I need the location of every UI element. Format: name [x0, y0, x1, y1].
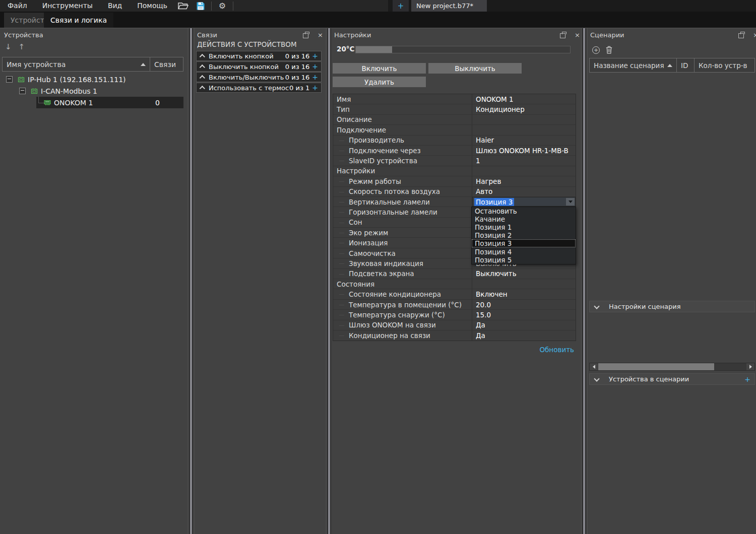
- turn-on-button[interactable]: Включить: [333, 63, 426, 74]
- menu-view[interactable]: Вид: [100, 0, 130, 12]
- property-row-1[interactable]: ИмяONOKOM 1: [333, 94, 576, 104]
- move-down-icon[interactable]: ↓: [5, 42, 12, 51]
- new-project-button[interactable]: +: [393, 0, 409, 12]
- property-row-18[interactable]: Подсветка экранаВыключить: [333, 269, 576, 279]
- tree-row-content: I-CAN-Modbus 1: [19, 85, 97, 97]
- column-header-device-name[interactable]: Имя устройства: [3, 57, 150, 71]
- project-tab[interactable]: New project.b77*: [411, 0, 487, 12]
- property-row-20[interactable]: Состояние кондиционераВключен: [333, 289, 576, 299]
- close-panel-icon[interactable]: ×: [318, 33, 323, 38]
- move-up-icon[interactable]: ↑: [19, 42, 25, 51]
- property-row-5[interactable]: ПроизводительHaier: [333, 136, 576, 146]
- scenario-devices-section-header[interactable]: Устройства в сценарии +: [589, 373, 755, 385]
- tree-collapse-icon[interactable]: [19, 88, 26, 94]
- property-row-19[interactable]: Состояния: [333, 279, 576, 289]
- save-icon[interactable]: [192, 0, 209, 12]
- property-row-6[interactable]: Подключение черезШлюз ONOKOM HR-1-MB-B: [333, 146, 576, 156]
- menu-help[interactable]: Помощь: [130, 0, 175, 12]
- property-row-10[interactable]: Скорость потока воздухаАвто: [333, 187, 576, 197]
- chevron-up-icon[interactable]: [200, 54, 205, 59]
- property-row-21[interactable]: Температура в помещении (°C)20.0: [333, 300, 576, 310]
- add-link-icon[interactable]: +: [312, 62, 318, 71]
- property-name: Сон: [333, 218, 472, 227]
- scroll-left-button[interactable]: [590, 363, 598, 370]
- add-scenario-icon[interactable]: +: [592, 46, 600, 54]
- menu-file[interactable]: Файл: [0, 0, 35, 12]
- device-actions-section-title: ДЕЙСТВИЯ С УСТРОЙСТВОМ: [197, 40, 297, 48]
- temperature-slider-fill: [356, 46, 392, 53]
- float-panel-icon[interactable]: [303, 33, 308, 38]
- panel-splitter[interactable]: [582, 28, 587, 534]
- dropdown-option-4[interactable]: Позиция 2: [472, 231, 576, 239]
- property-row-8[interactable]: Настройки: [333, 166, 576, 176]
- float-panel-icon[interactable]: [560, 33, 565, 38]
- add-link-icon[interactable]: +: [312, 84, 318, 92]
- tree-row-2[interactable]: I-CAN-Modbus 1: [2, 85, 183, 97]
- property-row-22[interactable]: Температура снаружи (°C)15.0: [333, 310, 576, 320]
- property-row-24[interactable]: Кондиционер на связиДа: [333, 330, 576, 341]
- tree-collapse-icon[interactable]: [6, 76, 13, 83]
- column-header-scenario-name[interactable]: Название сценария: [590, 58, 676, 72]
- dropdown-option-5[interactable]: Позиция 3: [472, 239, 576, 247]
- refresh-link[interactable]: Обновить: [539, 346, 574, 354]
- property-row-11[interactable]: Вертикальные ламелиПозиция 3: [333, 197, 576, 207]
- property-value: Авто: [472, 187, 576, 196]
- add-link-icon[interactable]: +: [312, 52, 318, 60]
- device-action-row-3[interactable]: Включить/Выключить кнс0 из 16+: [196, 72, 322, 82]
- device-action-row-2[interactable]: Выключить кнопкой0 из 16+: [196, 61, 322, 72]
- column-header-id[interactable]: ID: [676, 58, 694, 72]
- dropdown-option-6[interactable]: Позиция 4: [472, 247, 576, 255]
- device-name-label: ONOKOM 1: [54, 99, 93, 107]
- scroll-right-button[interactable]: [746, 363, 754, 370]
- property-row-7[interactable]: SlaveID устройства1: [333, 156, 576, 166]
- chevron-up-icon[interactable]: [200, 64, 205, 70]
- delete-scenario-trash-icon[interactable]: [606, 46, 612, 54]
- hub-device-icon: [18, 77, 25, 83]
- property-row-9[interactable]: Режим работыНагрев: [333, 176, 576, 186]
- combobox-dropdown-button[interactable]: [566, 198, 575, 206]
- add-device-to-scenario-icon[interactable]: +: [744, 375, 750, 383]
- temperature-slider[interactable]: [355, 46, 571, 53]
- device-action-row-1[interactable]: Включить кнопкой0 из 16+: [196, 51, 322, 61]
- turn-off-button[interactable]: Выключить: [428, 63, 522, 74]
- close-panel-icon[interactable]: ×: [575, 33, 580, 38]
- property-name: Температура в помещении (°C): [333, 300, 472, 309]
- property-value: Да: [472, 320, 576, 330]
- dropdown-option-7[interactable]: Позиция 5: [472, 256, 576, 264]
- action-count: 0 из 16: [285, 74, 309, 81]
- menu-tools[interactable]: Инструменты: [35, 0, 100, 12]
- add-link-icon[interactable]: +: [312, 73, 318, 81]
- tree-row-3[interactable]: ONOKOM 10: [2, 97, 183, 108]
- scenarios-table-header: Название сценария ID Кол-во устр-в: [589, 58, 755, 73]
- open-folder-icon[interactable]: [175, 0, 192, 12]
- horizontal-scrollbar[interactable]: [589, 363, 755, 371]
- action-label: Включить кнопкой: [209, 52, 285, 60]
- tree-row-1[interactable]: IP-Hub 1 (192.168.151.111): [2, 74, 183, 85]
- settings-gear-icon[interactable]: ⚙: [214, 0, 231, 12]
- chevron-up-icon[interactable]: [200, 75, 205, 81]
- column-header-device-count[interactable]: Кол-во устр-в: [694, 58, 754, 72]
- dropdown-option-2[interactable]: Качание: [472, 215, 576, 223]
- property-name: Тип: [333, 104, 472, 114]
- dropdown-option-3[interactable]: Позиция 1: [472, 223, 576, 231]
- property-row-3[interactable]: Описание: [333, 115, 576, 125]
- scenario-settings-section-header[interactable]: Настройки сценария: [589, 301, 755, 312]
- device-action-row-4[interactable]: Использовать с термостат0 из 1+: [196, 83, 322, 93]
- scrollbar-thumb[interactable]: [598, 363, 714, 370]
- property-name: Самоочистка: [333, 248, 472, 258]
- panel-splitter[interactable]: [327, 28, 331, 534]
- dropdown-option-1[interactable]: Остановить: [472, 207, 576, 215]
- property-row-23[interactable]: Шлюз ONOKOM на связиДа: [333, 320, 576, 330]
- tab-links-and-logic[interactable]: Связи и логика: [44, 13, 113, 28]
- delete-button[interactable]: Удалить: [333, 77, 426, 87]
- property-name: Звуковая индикация: [333, 258, 472, 268]
- column-header-links[interactable]: Связи: [150, 57, 183, 71]
- close-panel-icon[interactable]: ×: [753, 33, 756, 38]
- property-row-2[interactable]: ТипКондиционер: [333, 104, 576, 114]
- application-window: Файл Инструменты Вид Помощь ⚙ + New proj…: [0, 0, 756, 534]
- panel-splitter[interactable]: [188, 28, 194, 534]
- property-row-4[interactable]: Подключение: [333, 125, 576, 135]
- vertical-louver-combobox[interactable]: Позиция 3: [472, 197, 576, 207]
- float-panel-icon[interactable]: [738, 33, 744, 38]
- chevron-up-icon[interactable]: [200, 86, 205, 91]
